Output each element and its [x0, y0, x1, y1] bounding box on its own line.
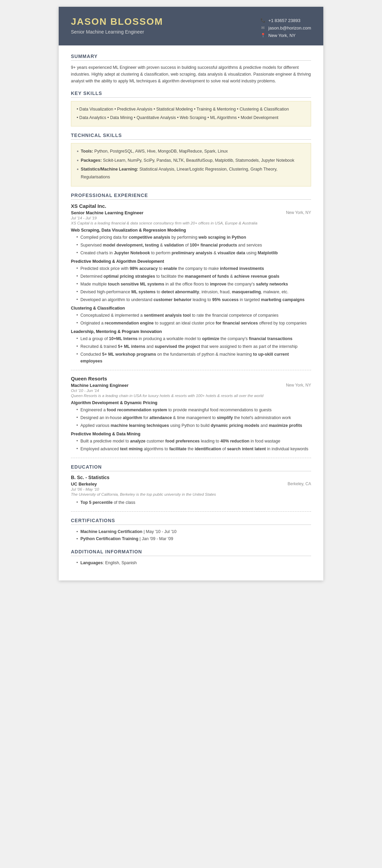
location-text: New York, NY — [268, 33, 295, 38]
job-location-queen: New York, NY — [286, 383, 311, 388]
bullet-item: Employed advanced text mining algorithms… — [76, 446, 311, 452]
job-dates-queen: Oct '10 - Jun '14 — [71, 389, 311, 393]
tech-label-tools: Tools: Python, PostgreSQL, AWS, Hive, Mo… — [81, 147, 228, 155]
cert-item-2: Python Certification Training | Jan '09 … — [76, 535, 311, 542]
education-section: EDUCATION B. Sc. - Statistics UC Berkele… — [71, 464, 311, 512]
main-content: SUMMARY 9+ years experienced ML Engineer… — [59, 45, 323, 580]
email-contact: ✉ jason.b@horizon.com — [260, 25, 311, 31]
tech-item-tools: ● Tools: Python, PostgreSQL, AWS, Hive, … — [77, 147, 305, 155]
additional-item-1: Languages: English, Spanish — [76, 559, 311, 566]
tech-item-packages: ● Packages: Scikit-Learn, NumPy, SciPy, … — [77, 157, 305, 164]
job-title-queen: Machine Learning Engineer — [71, 383, 129, 388]
header-left: JASON BLOSSOM Senior Machine Learning En… — [71, 16, 163, 35]
bullet-item: Compiled pricing data for competitive an… — [76, 234, 311, 241]
phone-icon: 📞 — [260, 18, 266, 23]
bullet-item: Predicted stock price with 98% accuracy … — [76, 265, 311, 272]
bullet-item: Originated a recommendation engine to su… — [76, 320, 311, 327]
email-text: jason.b@horizon.com — [268, 25, 311, 31]
bullets-data-mining: Built a predictive model to analyze cust… — [71, 438, 311, 452]
tech-bullet-icon: ● — [77, 148, 79, 154]
job-location-xs: New York, NY — [286, 210, 311, 215]
subsection-clustering: Clustering & Classification — [71, 306, 311, 311]
education-title: EDUCATION — [71, 464, 311, 471]
candidate-title: Senior Machine Learning Engineer — [71, 29, 163, 35]
bullet-item: Made multiple touch sensitive ML systems… — [76, 281, 311, 288]
phone-contact: 📞 +1 83657 23893 — [260, 18, 311, 23]
company-xs-capital: XS Capital Inc. Senior Machine Learning … — [71, 203, 311, 364]
school-name: UC Berkeley — [71, 481, 97, 487]
location-icon: 📍 — [260, 33, 266, 38]
bullet-item: Top 5 percentile of the class — [76, 499, 311, 506]
bullets-clustering: Conceptualized & implemented a sentiment… — [71, 312, 311, 327]
subsection-web-scraping: Web Scraping, Data Visualization & Regre… — [71, 228, 311, 233]
bullets-leadership: Led a group of 10+ML Interns in producin… — [71, 335, 311, 364]
school-desc: The University of California, Berkeley i… — [71, 492, 311, 496]
technical-skills-title: TECHNICAL SKILLS — [71, 133, 311, 140]
certifications-title: CERTIFICATIONS — [71, 518, 311, 525]
bullets-predictive: Predicted stock price with 98% accuracy … — [71, 265, 311, 303]
experience-title: PROFESSIONAL EXPERIENCE — [71, 193, 311, 200]
education-bullets: Top 5 percentile of the class — [71, 499, 311, 506]
tech-label-stats: Statistics/Machine Learning: Statistical… — [81, 165, 305, 181]
company-desc-xs: XS Capital is a leading financial & data… — [71, 221, 311, 225]
bullet-item: Devised high-performance ML systems to d… — [76, 289, 311, 295]
bullets-algorithm: Engineered a food recommendation system … — [71, 407, 311, 429]
additional-list: Languages: English, Spanish — [71, 559, 311, 566]
candidate-name: JASON BLOSSOM — [71, 16, 163, 27]
bullet-item: Applied various machine learning techniq… — [76, 422, 311, 429]
separator-1 — [71, 370, 311, 370]
summary-section: SUMMARY 9+ years experienced ML Engineer… — [71, 54, 311, 84]
school-dates: Jul '06 - May '10 — [71, 487, 311, 491]
subsection-predictive: Predictive Modeling & Algorithm Developm… — [71, 259, 311, 264]
tech-item-stats: ● Statistics/Machine Learning: Statistic… — [77, 165, 305, 181]
additional-section: ADDITIONAL INFORMATION Languages: Englis… — [71, 549, 311, 566]
job-header-xs: Senior Machine Learning Engineer New Yor… — [71, 210, 311, 215]
resume-container: JASON BLOSSOM Senior Machine Learning En… — [59, 7, 323, 580]
bullet-item: Engineered a food recommendation system … — [76, 407, 311, 413]
key-skills-line2: • Data Analytics • Data Mining • Quantit… — [77, 114, 305, 122]
bullets-web-scraping: Compiled pricing data for competitive an… — [71, 234, 311, 256]
key-skills-section: KEY SKILLS • Data Visualization • Predic… — [71, 91, 311, 126]
bullet-item: Determined optimal pricing strategies to… — [76, 273, 311, 280]
school-location: Berkeley, CA — [288, 481, 311, 486]
location-contact: 📍 New York, NY — [260, 33, 311, 38]
bullet-item: Conducted 5+ ML workshop programs on the… — [76, 351, 311, 364]
technical-skills-box: ● Tools: Python, PostgreSQL, AWS, Hive, … — [71, 143, 311, 186]
job-title-xs: Senior Machine Learning Engineer — [71, 210, 144, 215]
certifications-section: CERTIFICATIONS Machine Learning Certific… — [71, 518, 311, 543]
bullet-item: Developed an algorithm to understand cus… — [76, 296, 311, 303]
bullet-item: Designed an in-house algorithm for atten… — [76, 414, 311, 421]
bullet-item: Built a predictive model to analyze cust… — [76, 438, 311, 445]
education-entry-1: B. Sc. - Statistics UC Berkeley Berkeley… — [71, 475, 311, 506]
subsection-data-mining: Predictive Modeling & Data Mining — [71, 432, 311, 436]
phone-text: +1 83657 23893 — [268, 18, 300, 23]
technical-skills-section: TECHNICAL SKILLS ● Tools: Python, Postgr… — [71, 133, 311, 186]
additional-title: ADDITIONAL INFORMATION — [71, 549, 311, 556]
summary-text: 9+ years experienced ML Engineer with pr… — [71, 64, 311, 84]
bullet-item: Recruited & trained 5+ ML interns and su… — [76, 343, 311, 350]
separator-2 — [71, 458, 311, 458]
bullet-item: Led a group of 10+ML Interns in producin… — [76, 335, 311, 342]
summary-title: SUMMARY — [71, 54, 311, 61]
key-skills-box: • Data Visualization • Predictive Analys… — [71, 101, 311, 126]
bullet-item: Supervised model development, testing & … — [76, 242, 311, 249]
job-header-queen: Machine Learning Engineer New York, NY — [71, 383, 311, 388]
job-dates-xs: Jul '14 - Jul '19 — [71, 216, 311, 220]
subsection-leadership: Leadership, Mentoring & Program Innovati… — [71, 329, 311, 334]
experience-section: PROFESSIONAL EXPERIENCE XS Capital Inc. … — [71, 193, 311, 458]
cert-item-1: Machine Learning Certification | May '10… — [76, 528, 311, 535]
tech-bullet-icon: ● — [77, 166, 79, 172]
tech-label-packages: Packages: Scikit-Learn, NumPy, SciPy, Pa… — [81, 157, 294, 164]
tech-bullet-icon: ● — [77, 157, 79, 163]
header-contact: 📞 +1 83657 23893 ✉ jason.b@horizon.com 📍… — [260, 18, 311, 38]
degree-title: B. Sc. - Statistics — [71, 475, 311, 480]
header-section: JASON BLOSSOM Senior Machine Learning En… — [59, 7, 323, 45]
key-skills-line1: • Data Visualization • Predictive Analys… — [77, 105, 305, 113]
company-desc-queen: Queen Resorts is a leading chain in USA … — [71, 394, 311, 398]
bullet-item: Created charts in Jupyter Notebook to pe… — [76, 250, 311, 256]
company-name-xs: XS Capital Inc. — [71, 203, 311, 209]
key-skills-title: KEY SKILLS — [71, 91, 311, 98]
separator-3 — [71, 511, 311, 512]
certifications-list: Machine Learning Certification | May '10… — [71, 528, 311, 543]
company-queen-resorts: Queen Resorts Machine Learning Engineer … — [71, 376, 311, 452]
